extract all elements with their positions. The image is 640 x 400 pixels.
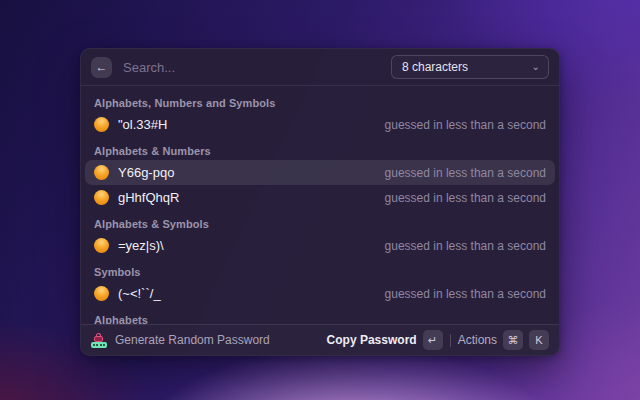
- password-text: gHhfQhqR: [118, 190, 376, 205]
- character-count-dropdown[interactable]: 8 characters ⌄: [391, 55, 549, 79]
- section-header: Alphabets & Numbers: [85, 142, 555, 160]
- section-header: Alphabets & Symbols: [85, 215, 555, 233]
- footer-divider: [450, 334, 451, 347]
- command-title: Generate Random Password: [115, 333, 319, 347]
- section-header: Symbols: [85, 263, 555, 281]
- password-orb-icon: [94, 286, 109, 301]
- action-bar: Generate Random Password Copy Password ↵…: [81, 324, 559, 355]
- guess-time-label: guessed in less than a second: [385, 166, 546, 180]
- password-generator-icon: [91, 333, 107, 348]
- header: ← 8 characters ⌄: [81, 49, 559, 86]
- password-orb-icon: [94, 165, 109, 180]
- guess-time-label: guessed in less than a second: [385, 287, 546, 301]
- password-row[interactable]: "ol.33#H guessed in less than a second: [85, 112, 555, 137]
- footer-actions: Copy Password ↵ Actions ⌘ K: [327, 330, 549, 350]
- search-input[interactable]: [121, 59, 382, 76]
- guess-time-label: guessed in less than a second: [385, 118, 546, 132]
- password-text: Y66g-pqo: [118, 165, 376, 180]
- desktop-wallpaper: ← 8 characters ⌄ Alphabets, Numbers and …: [0, 0, 640, 400]
- password-row[interactable]: =yez|s)\ guessed in less than a second: [85, 233, 555, 258]
- chevron-down-icon: ⌄: [532, 62, 540, 72]
- actions-label: Actions: [458, 333, 497, 347]
- back-button[interactable]: ←: [91, 57, 112, 78]
- password-text: =yez|s)\: [118, 238, 376, 253]
- k-key-icon: K: [529, 330, 549, 350]
- dropdown-value: 8 characters: [402, 60, 468, 74]
- password-text: (~<!``/_: [118, 286, 376, 301]
- enter-key-icon: ↵: [423, 330, 443, 350]
- password-orb-icon: [94, 190, 109, 205]
- copy-password-button[interactable]: Copy Password ↵: [327, 330, 443, 350]
- password-list: Alphabets, Numbers and Symbols "ol.33#H …: [81, 86, 559, 324]
- section-header: Alphabets: [85, 311, 555, 324]
- password-row-selected[interactable]: Y66g-pqo guessed in less than a second: [85, 160, 555, 185]
- password-orb-icon: [94, 238, 109, 253]
- password-orb-icon: [94, 117, 109, 132]
- section-header: Alphabets, Numbers and Symbols: [85, 94, 555, 112]
- raycast-window: ← 8 characters ⌄ Alphabets, Numbers and …: [80, 48, 560, 356]
- copy-password-label: Copy Password: [327, 333, 417, 347]
- actions-button[interactable]: Actions ⌘ K: [458, 330, 549, 350]
- back-arrow-icon: ←: [96, 61, 108, 73]
- guess-time-label: guessed in less than a second: [385, 191, 546, 205]
- password-row[interactable]: (~<!``/_ guessed in less than a second: [85, 281, 555, 306]
- password-text: "ol.33#H: [118, 117, 376, 132]
- password-row[interactable]: gHhfQhqR guessed in less than a second: [85, 185, 555, 210]
- command-key-icon: ⌘: [503, 330, 523, 350]
- guess-time-label: guessed in less than a second: [385, 239, 546, 253]
